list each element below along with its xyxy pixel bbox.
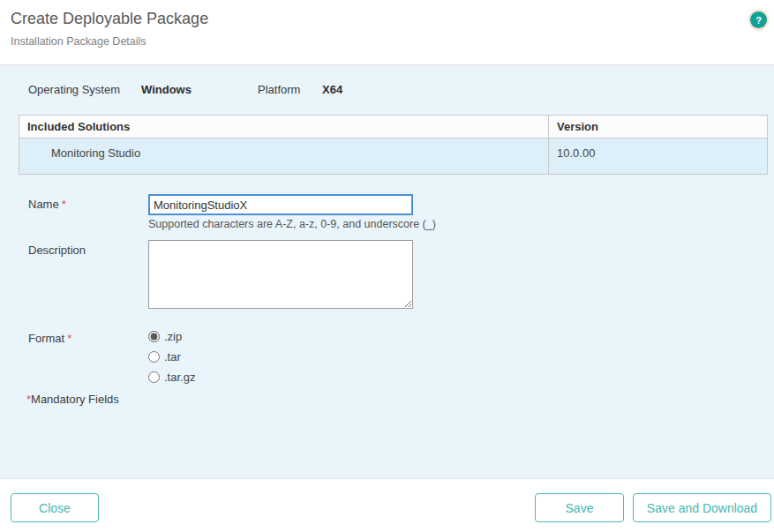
platform-value: X64 bbox=[322, 83, 342, 96]
format-option-tar[interactable]: .tar bbox=[148, 350, 195, 363]
save-and-download-button[interactable]: Save and Download bbox=[633, 493, 771, 522]
format-required-asterisk: * bbox=[67, 332, 71, 345]
table-header-row: Included Solutions Version bbox=[19, 116, 768, 139]
package-info-row: Operating System Windows Platform X64 bbox=[28, 83, 774, 96]
format-label: Format* bbox=[28, 328, 148, 391]
description-field-row: Description bbox=[28, 240, 774, 309]
tar-radio[interactable] bbox=[148, 351, 160, 363]
mandatory-text: Mandatory Fields bbox=[31, 393, 119, 406]
name-field-row: Name* bbox=[28, 194, 774, 215]
name-input[interactable] bbox=[148, 194, 413, 215]
format-radio-group: .zip .tar .tar.gz bbox=[148, 328, 195, 391]
solution-version-cell: 10.0.00 bbox=[549, 139, 768, 175]
page-subtitle: Installation Package Details bbox=[11, 35, 763, 48]
dialog-header: Create Deployable Package Installation P… bbox=[0, 0, 774, 65]
included-solutions-column-header: Included Solutions bbox=[19, 116, 549, 139]
save-button[interactable]: Save bbox=[535, 493, 624, 522]
operating-system-label: Operating System bbox=[28, 83, 141, 96]
dialog-footer: Close Save Save and Download bbox=[0, 479, 774, 531]
platform-label: Platform bbox=[258, 83, 322, 96]
page-title: Create Deployable Package bbox=[11, 9, 763, 28]
table-row[interactable]: Monitoring Studio 10.0.00 bbox=[19, 139, 768, 175]
mandatory-fields-note: *Mandatory Fields bbox=[26, 393, 774, 406]
description-label: Description bbox=[28, 240, 148, 309]
dialog-body: Operating System Windows Platform X64 In… bbox=[0, 65, 774, 479]
name-label: Name* bbox=[28, 194, 148, 215]
solution-name-cell: Monitoring Studio bbox=[19, 139, 549, 175]
name-required-asterisk: * bbox=[62, 198, 66, 211]
tar-radio-label: .tar bbox=[164, 350, 181, 363]
version-column-header: Version bbox=[549, 116, 768, 139]
description-textarea[interactable] bbox=[148, 240, 413, 309]
format-option-zip[interactable]: .zip bbox=[148, 330, 195, 343]
footer-action-buttons: Save Save and Download bbox=[535, 493, 771, 522]
format-option-targz[interactable]: .tar.gz bbox=[148, 371, 195, 384]
targz-radio[interactable] bbox=[148, 371, 160, 383]
close-button[interactable]: Close bbox=[11, 493, 99, 522]
operating-system-value: Windows bbox=[141, 83, 258, 96]
targz-radio-label: .tar.gz bbox=[164, 371, 195, 384]
create-deployable-package-dialog: Create Deployable Package Installation P… bbox=[0, 0, 774, 532]
name-helper-text: Supported characters are A-Z, a-z, 0-9, … bbox=[148, 218, 774, 230]
included-solutions-table: Included Solutions Version Monitoring St… bbox=[19, 115, 768, 175]
zip-radio-label: .zip bbox=[164, 330, 182, 343]
name-label-text: Name bbox=[28, 198, 59, 211]
help-icon[interactable]: ? bbox=[750, 11, 767, 28]
format-field-row: Format* .zip .tar .tar.gz bbox=[28, 328, 774, 391]
zip-radio[interactable] bbox=[148, 331, 160, 342]
format-label-text: Format bbox=[28, 332, 64, 345]
